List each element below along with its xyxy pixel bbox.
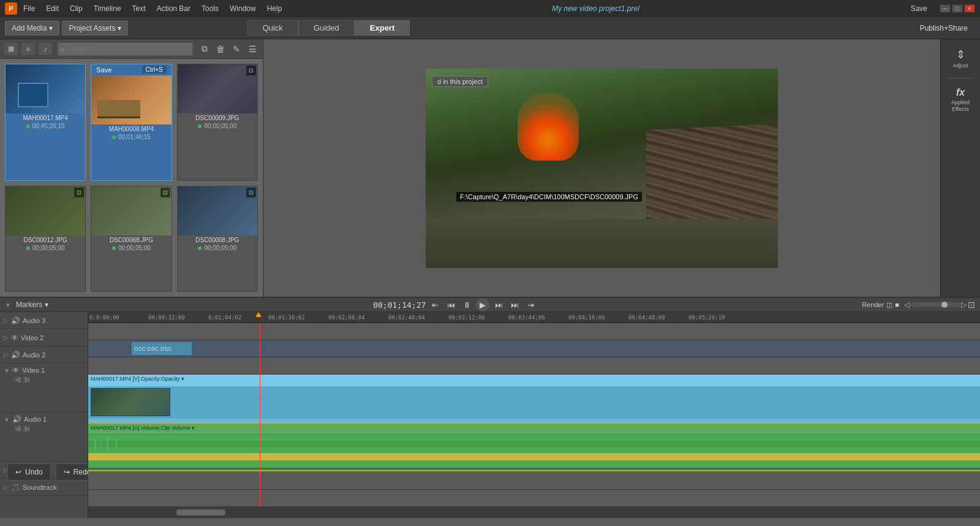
soundtrack-music-icon[interactable]: 🎵 [11, 483, 20, 492]
play-button[interactable]: ▶ [476, 298, 489, 311]
prev-frame-button[interactable]: ⏮ [444, 298, 458, 311]
menu-clip[interactable]: Clip [65, 3, 88, 14]
add-media-button[interactable]: Add Media ▾ [5, 21, 59, 36]
audio2-expand[interactable]: ▷ [4, 351, 9, 358]
mode-expert-button[interactable]: Expert [355, 20, 410, 36]
render-label[interactable]: Render [862, 301, 884, 308]
audio3-expand[interactable]: ▷ [4, 317, 9, 324]
audio1-green-bar2 [88, 460, 980, 468]
media-item-1[interactable]: MAH00017.MP4 00;45;26;15 [5, 64, 86, 181]
zoom-slider[interactable] [911, 302, 960, 307]
video1-expand[interactable]: ▼ [4, 367, 10, 374]
audio1-mute-icon[interactable]: 🔊 [12, 415, 21, 424]
menu-tools[interactable]: Tools [197, 3, 224, 14]
list-view-button[interactable]: ≡ [21, 42, 36, 56]
render-stop-icon[interactable]: ■ [895, 301, 899, 308]
audio1-yellow-bar [88, 453, 980, 460]
zoom-out-icon[interactable]: ◁ [904, 300, 910, 309]
media-thumbnail-4: ⊡ [6, 186, 85, 235]
preview-tooltip: d in this project [432, 76, 488, 87]
transport-controls: 00;01;14;27 ⇤ ⏮ ⏸ ▶ ⏭ ⏭ ⇥ [373, 298, 537, 311]
svg-rect-2 [100, 440, 102, 448]
menu-help[interactable]: Help [262, 3, 287, 14]
render-icon[interactable]: ◫ [886, 301, 892, 309]
status-dot-6 [198, 246, 202, 250]
media-item-3[interactable]: ⊡ DSC00009.JPG 00;00;05;00 [177, 64, 258, 181]
media-item-2[interactable]: Save Ctrl+S MAH00008.MP4 00;01;46;15 [91, 64, 172, 181]
delete-button[interactable]: 🗑 [214, 42, 227, 56]
media-label-5: DSC00068.JPG [91, 235, 171, 245]
audio1-expand[interactable]: ▼ [4, 416, 10, 423]
menu-bar: P File Edit Clip Timeline Text Action Ba… [0, 0, 980, 17]
edit-button[interactable]: ✎ [230, 42, 243, 56]
menu-timeline[interactable]: Timeline [89, 3, 126, 14]
video2-visibility-icon[interactable]: 👁 [11, 334, 18, 342]
media-thumbnail-6: ⊡ [178, 186, 257, 235]
timeline-track-audio1: MAH00017.MP4 [A] Volume:Clip Volume ▾ [88, 424, 980, 473]
menu-file[interactable]: File [18, 3, 40, 14]
video1-label-bar: MAH00017.MP4 [V] Opacity:Opacity ▾ [88, 375, 980, 387]
video2-expand[interactable]: ▷ [4, 334, 9, 341]
audio1-label-bottom: ◁ ▷ [4, 425, 84, 432]
media-item-5[interactable]: ⊡ DSC00068.JPG 00;00;05;00 [91, 186, 172, 292]
audio1-stepper: ◁ ▷ [13, 425, 31, 432]
timeline-scroll-thumb[interactable] [176, 509, 225, 516]
save-button[interactable]: Save [905, 3, 933, 14]
menu-text[interactable]: Text [127, 3, 151, 14]
menu-window[interactable]: Window [225, 3, 261, 14]
video1-step-prev[interactable]: ◁ [13, 376, 22, 383]
minimize-button[interactable]: ─ [940, 4, 951, 13]
list-icon: ≡ [26, 45, 30, 53]
audio-view-button[interactable]: ♪ [38, 42, 53, 56]
project-assets-button[interactable]: Project Assets ▾ [62, 21, 128, 36]
video1-visibility-icon[interactable]: 👁 [12, 366, 20, 375]
markers-dropdown[interactable]: Markers ▾ [16, 300, 48, 309]
save-tooltip-text: Save [96, 66, 111, 74]
applied-effects-button[interactable]: fx AppliedEffects [944, 83, 976, 116]
copy-button[interactable]: ⧉ [198, 42, 211, 56]
ruler-tick-2: 0;01;04;02 [208, 314, 241, 321]
svg-rect-3 [107, 436, 108, 451]
menu-button[interactable]: ☰ [246, 42, 259, 56]
video1-label-top: ▼ 👁 Video 1 [4, 366, 84, 375]
menu-edit[interactable]: Edit [41, 3, 64, 14]
grid-view-button[interactable]: ▦ [4, 42, 18, 56]
audio1-step-next[interactable]: ▷ [23, 425, 31, 432]
to-out-point-button[interactable]: ⇥ [524, 298, 537, 311]
audio1-step-prev[interactable]: ◁ [13, 425, 22, 432]
audio1-waveform-row [88, 435, 980, 453]
track-label-soundtrack: ▷ 🎵 Soundtrack [0, 479, 88, 496]
media-item-4[interactable]: ⊡ DSC00012.JPG 00;00;05;00 [5, 186, 86, 292]
mode-guided-button[interactable]: Guided [298, 20, 355, 36]
redo-icon: ↪ [64, 468, 70, 476]
search-input[interactable] [58, 42, 193, 56]
adjust-label: Adjust [952, 63, 968, 69]
video1-step-next[interactable]: ▷ [23, 376, 31, 383]
step-forward-button[interactable]: ⏭ [492, 298, 505, 311]
preview-frame: d in this project F:\Capture\Q_A7R\day4\… [426, 69, 778, 268]
status-dot-4 [26, 246, 30, 250]
maximize-button[interactable]: □ [952, 4, 963, 13]
menu-actionbar[interactable]: Action Bar [152, 3, 195, 14]
video1-thumbnail-clip[interactable] [91, 388, 170, 416]
next-frame-button[interactable]: ⏭ [508, 298, 521, 311]
mode-quick-button[interactable]: Quick [247, 20, 298, 36]
media-duration-3: 00;00;05;00 [178, 123, 257, 132]
publish-share-button[interactable]: Publish+Share [913, 21, 975, 35]
close-button[interactable]: ✕ [964, 4, 975, 13]
zoom-in-icon[interactable]: ▷ [961, 300, 967, 309]
undo-button[interactable]: ↩ Undo [7, 463, 51, 481]
step-back-button[interactable]: ⏸ [460, 298, 473, 311]
video2-clip[interactable]: DSC DSC DSC [131, 341, 192, 356]
timeline-header: ▼ Markers ▾ 00;01;14;27 ⇤ ⏮ ⏸ ▶ ⏭ ⏭ ⇥ Re… [0, 298, 980, 312]
timeline-section: ▼ Markers ▾ 00;01;14;27 ⇤ ⏮ ⏸ ▶ ⏭ ⏭ ⇥ Re… [0, 297, 980, 456]
soundtrack-expand[interactable]: ▷ [4, 484, 9, 490]
to-in-point-button[interactable]: ⇤ [428, 298, 442, 311]
timeline-collapse-icon[interactable]: ▼ [5, 302, 11, 308]
zoom-expand-icon[interactable]: ⊡ [968, 300, 975, 310]
playhead-video1 [260, 375, 260, 424]
media-item-6[interactable]: ⊡ DSC00008.JPG 00;00;05;00 [177, 186, 258, 292]
audio2-mute-icon[interactable]: 🔊 [11, 351, 20, 359]
adjust-button[interactable]: ⇕ Adjust [944, 44, 976, 73]
audio3-mute-icon[interactable]: 🔊 [11, 316, 20, 325]
